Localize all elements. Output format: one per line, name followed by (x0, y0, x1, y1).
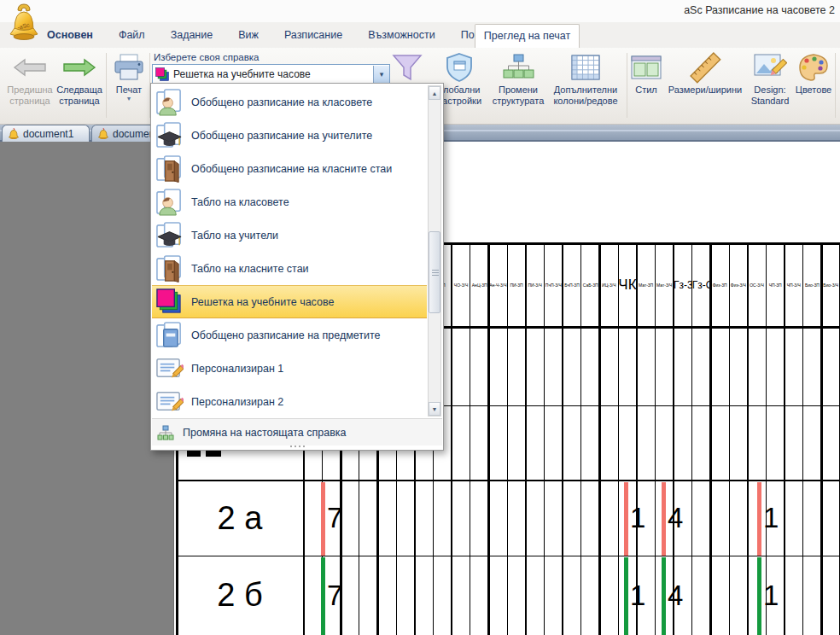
rooms-report-icon (155, 154, 184, 183)
printer-icon (113, 50, 145, 84)
report-dropdown-list: Обобщено разписание на класоветеОбобщено… (152, 85, 427, 418)
resize-grip[interactable] (151, 446, 443, 450)
asc-bell-logo: -aSc (7, 2, 41, 43)
menu-item-5[interactable]: Разписание (284, 29, 342, 41)
colors-button[interactable]: Цветове (792, 50, 835, 120)
menubar-items: ОсновенФайлЗаданиеВижРазписаниеВъзможнос… (47, 22, 522, 48)
change-report-label: Промяна на настоящата справка (183, 427, 347, 439)
design-button[interactable]: Design: Standard (748, 50, 792, 120)
rooms-report-icon (155, 254, 184, 283)
change-report-footer-button[interactable]: Промяна на настоящата справка (152, 418, 442, 446)
scroll-thumb[interactable] (429, 231, 440, 313)
grid-report-icon (155, 67, 169, 81)
grid-report-icon (155, 288, 184, 316)
change-structure-button[interactable]: Промени структурата (487, 50, 549, 120)
dropdown-item-2[interactable]: Обобщено разписание на учителите (152, 119, 427, 152)
dropdown-item-1[interactable]: Обобщено разписание на класовете (152, 85, 427, 119)
dropdown-item-label: Персонализиран 2 (191, 396, 283, 408)
report-combobox-value: Решетка на учебните часове (169, 68, 373, 80)
teachers-report-icon (155, 221, 184, 249)
dropdown-item-10[interactable]: Персонализиран 2 (152, 385, 427, 418)
window-title: aSc Разписание на часовете 2 (684, 4, 835, 16)
prev-page-button[interactable]: Предишна страница (5, 50, 55, 120)
report-dropdown-popup: Обобщено разписание на класоветеОбобщено… (150, 83, 444, 451)
menu-item-1[interactable]: Основен (47, 29, 93, 41)
teachers-report-icon (155, 121, 184, 149)
classes-report-icon (155, 88, 184, 116)
dropdown-item-label: Персонализиран 1 (191, 363, 283, 375)
dropdown-item-label: Обобщено разписание на класните стаи (191, 163, 392, 175)
subjects-report-icon (155, 321, 184, 349)
dropdown-item-label: Обобщено разписание на предметите (191, 329, 381, 341)
document-bell-icon (97, 127, 109, 140)
palette-icon (796, 50, 831, 84)
menu-item-3[interactable]: Задание (171, 29, 213, 41)
layout-style-icon (630, 50, 662, 84)
org-chart-icon (502, 50, 534, 84)
ruler-icon (688, 50, 722, 84)
app-window: 3ПЧО-3/ЧАнЦ-3ПАн-Ч-3/ЧПИ-3ППИ-3/ЧПчП-3/Ч… (0, 0, 840, 635)
print-dropdown-caret[interactable]: ▼ (126, 96, 132, 102)
dropdown-item-label: Табло на учители (191, 230, 278, 242)
dropdown-item-4[interactable]: Табло на класовете (152, 185, 427, 218)
separator (627, 53, 627, 118)
dropdown-item-label: Обобщено разписание на класовете (191, 96, 372, 108)
dropdown-item-label: Табло на класните стаи (191, 263, 309, 275)
arrow-left-icon (13, 50, 47, 84)
custom-report-icon (155, 387, 184, 416)
scroll-up-button[interactable]: ▲ (429, 86, 440, 100)
dropdown-item-6[interactable]: Табло на класните стаи (152, 252, 427, 285)
dropdown-item-label: Решетка на учебните часове (191, 296, 334, 308)
dimensions-button[interactable]: Размери/ширини (664, 50, 746, 120)
menu-bar: ОсновенФайлЗаданиеВижРазписаниеВъзможнос… (0, 22, 840, 48)
separator (106, 53, 107, 118)
report-picker-label: Изберете своя справка (154, 52, 260, 62)
separator (835, 53, 836, 118)
menu-item-2[interactable]: Файл (119, 29, 145, 41)
custom-report-icon (155, 354, 184, 382)
tab-document1[interactable]: document1 (2, 125, 90, 142)
dropdown-item-7-selected[interactable]: Решетка на учебните часове (152, 285, 427, 318)
design-picture-icon (753, 50, 787, 84)
dropdown-item-9[interactable]: Персонализиран 1 (152, 352, 427, 385)
style-button[interactable]: Стил (630, 50, 662, 120)
next-page-button[interactable]: Следваща страница (55, 50, 104, 120)
extra-columns-button[interactable]: Допълнителни колони/редове (548, 50, 623, 120)
funnel-icon (388, 50, 426, 84)
dropdown-item-3[interactable]: Обобщено разписание на класните стаи (152, 152, 427, 185)
menu-item-6[interactable]: Възможности (368, 29, 435, 41)
table-grid-icon (570, 50, 601, 84)
classes-report-icon (155, 188, 184, 216)
document-bell-icon (8, 127, 20, 140)
scroll-down-button[interactable]: ▼ (429, 402, 440, 416)
dropdown-scrollbar[interactable]: ▲ ▼ (428, 85, 441, 417)
dropdown-item-label: Табло на класовете (191, 196, 289, 208)
print-button[interactable]: Печат ▼ (109, 50, 149, 120)
dropdown-item-5[interactable]: Табло на учители (152, 218, 427, 252)
shield-icon (444, 50, 475, 84)
menu-item-4[interactable]: Виж (238, 29, 259, 41)
arrow-right-icon (62, 50, 96, 84)
tab-print-preview[interactable]: Преглед на печат (475, 24, 580, 49)
report-combobox[interactable]: Решетка на учебните часове ▾ (152, 64, 390, 84)
dropdown-item-label: Обобщено разписание на учителите (191, 130, 372, 142)
dropdown-item-8[interactable]: Обобщено разписание на предметите (152, 318, 427, 352)
change-report-icon (157, 425, 174, 440)
combobox-dropdown-button[interactable]: ▾ (373, 66, 389, 83)
title-bar: aSc Разписание на часовете 2 (0, 0, 840, 22)
